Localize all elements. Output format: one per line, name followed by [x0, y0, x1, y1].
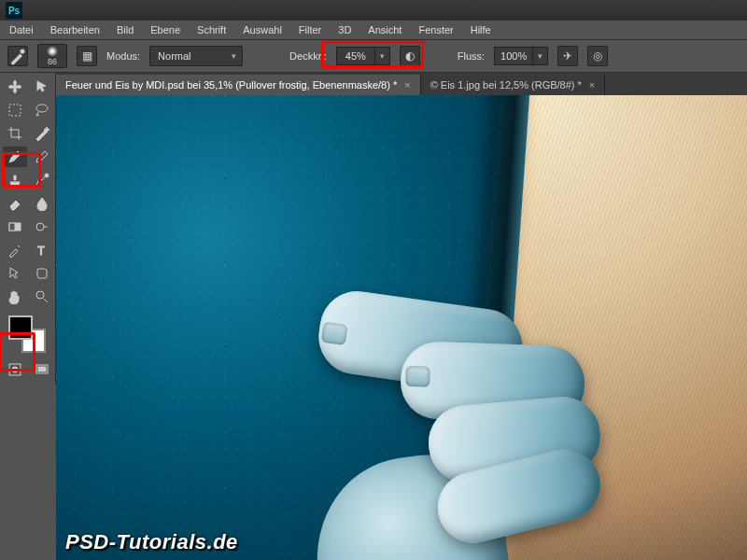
pencil-tool[interactable]	[30, 147, 54, 167]
hand-tool[interactable]	[3, 287, 27, 307]
shape-tool[interactable]	[30, 263, 54, 284]
lasso-tool[interactable]	[30, 100, 54, 120]
document-tab-2[interactable]: © Eis 1.jpg bei 12,5% (RGB/8#) * ×	[421, 75, 606, 95]
brush-dot-icon	[46, 47, 59, 56]
opacity-input[interactable]	[336, 47, 375, 65]
color-swatches	[3, 314, 54, 357]
eyedropper-tool[interactable]	[3, 240, 27, 260]
app-logo: Ps	[6, 2, 22, 19]
brush-preset-picker[interactable]: 86	[37, 44, 67, 68]
move-tool[interactable]	[3, 77, 27, 97]
opacity-field[interactable]: ▾	[336, 46, 390, 66]
menu-filter[interactable]: Filter	[299, 24, 321, 35]
document-tab-1-label: Feuer und Eis by MDI.psd bei 35,1% (Pull…	[65, 79, 397, 91]
menu-auswahl[interactable]: Auswahl	[243, 24, 282, 35]
svg-rect-1	[9, 105, 21, 116]
magic-wand-tool[interactable]	[30, 123, 54, 144]
svg-rect-4	[9, 223, 15, 231]
arrow-tool[interactable]	[30, 77, 54, 97]
tool-preset-icon[interactable]	[7, 46, 28, 66]
menu-bearbeiten[interactable]: Bearbeiten	[50, 24, 100, 35]
menu-datei[interactable]: Datei	[9, 24, 34, 35]
tool-options-bar: 86 ▦ Modus: Normal Deckkr.: ▾ ◐ Fluss: ▾…	[0, 39, 747, 73]
svg-point-10	[12, 367, 18, 372]
gradient-tool[interactable]	[3, 217, 27, 237]
document-tab-1[interactable]: Feuer und Eis by MDI.psd bei 35,1% (Pull…	[56, 75, 421, 95]
workspace: Feuer und Eis by MDI.psd bei 35,1% (Pull…	[56, 73, 747, 560]
menu-bild[interactable]: Bild	[117, 24, 134, 35]
close-icon[interactable]: ×	[589, 79, 595, 91]
flow-label: Fluss:	[458, 50, 485, 62]
svg-rect-12	[38, 367, 46, 371]
svg-rect-7	[37, 269, 47, 278]
flow-field[interactable]: ▾	[494, 46, 548, 66]
menu-schrift[interactable]: Schrift	[197, 24, 226, 35]
document-tab-2-label: © Eis 1.jpg bei 12,5% (RGB/8#) *	[430, 79, 582, 91]
svg-text:T: T	[37, 244, 45, 258]
watermark-suffix: .de	[207, 530, 238, 553]
nail-1	[321, 322, 348, 345]
svg-point-5	[36, 223, 44, 231]
clone-stamp-tool[interactable]	[3, 170, 27, 190]
foreground-color-swatch[interactable]	[8, 315, 33, 340]
screenmode-toggle[interactable]	[30, 359, 54, 380]
marquee-tool[interactable]	[3, 100, 27, 120]
pressure-opacity-icon[interactable]: ◐	[400, 46, 420, 66]
dodge-tool[interactable]	[30, 217, 54, 237]
menu-ansicht[interactable]: Ansicht	[368, 24, 402, 35]
mode-label: Modus:	[106, 50, 140, 62]
window-titlebar: Ps	[0, 0, 747, 21]
history-brush-tool[interactable]	[30, 170, 54, 190]
menu-hilfe[interactable]: Hilfe	[471, 24, 491, 35]
opacity-dropdown-icon[interactable]: ▾	[375, 47, 390, 65]
airbrush-icon[interactable]: ✈	[557, 46, 578, 66]
watermark: PSD-Tutorials.de	[65, 530, 238, 554]
svg-point-0	[21, 49, 25, 54]
path-select-tool[interactable]	[3, 263, 27, 284]
canvas-area[interactable]: PSD-Tutorials.de	[56, 95, 747, 560]
nail-2	[405, 366, 430, 387]
menu-fenster[interactable]: Fenster	[418, 24, 453, 35]
blend-mode-select[interactable]: Normal	[149, 46, 243, 66]
blend-mode-value: Normal	[158, 50, 190, 62]
watermark-main: PSD-Tutorials	[65, 530, 207, 553]
pressure-size-icon[interactable]: ◎	[587, 46, 608, 66]
menu-ebene[interactable]: Ebene	[150, 24, 180, 35]
svg-point-8	[36, 291, 44, 299]
brush-panel-toggle-icon[interactable]: ▦	[77, 46, 97, 66]
quickmask-toggle[interactable]	[3, 359, 27, 380]
crop-tool[interactable]	[3, 123, 27, 144]
hand-shape	[300, 260, 655, 560]
menu-bar: Datei Bearbeiten Bild Ebene Schrift Ausw…	[0, 21, 747, 39]
blur-tool[interactable]	[30, 193, 54, 214]
menu-3d[interactable]: 3D	[338, 24, 351, 35]
svg-point-2	[45, 174, 49, 177]
document-tabs: Feuer und Eis by MDI.psd bei 35,1% (Pull…	[56, 73, 747, 95]
brush-tool[interactable]	[3, 147, 27, 167]
type-tool[interactable]: T	[30, 240, 54, 260]
opacity-label: Deckkr.:	[289, 50, 327, 62]
eraser-tool[interactable]	[3, 193, 27, 214]
flow-dropdown-icon[interactable]: ▾	[533, 47, 548, 65]
flow-input[interactable]	[494, 47, 533, 65]
artwork: PSD-Tutorials.de	[56, 95, 747, 560]
close-icon[interactable]: ×	[404, 79, 410, 91]
tools-panel: T	[0, 73, 56, 384]
brush-size-value: 86	[48, 57, 57, 66]
zoom-tool[interactable]	[30, 287, 54, 307]
